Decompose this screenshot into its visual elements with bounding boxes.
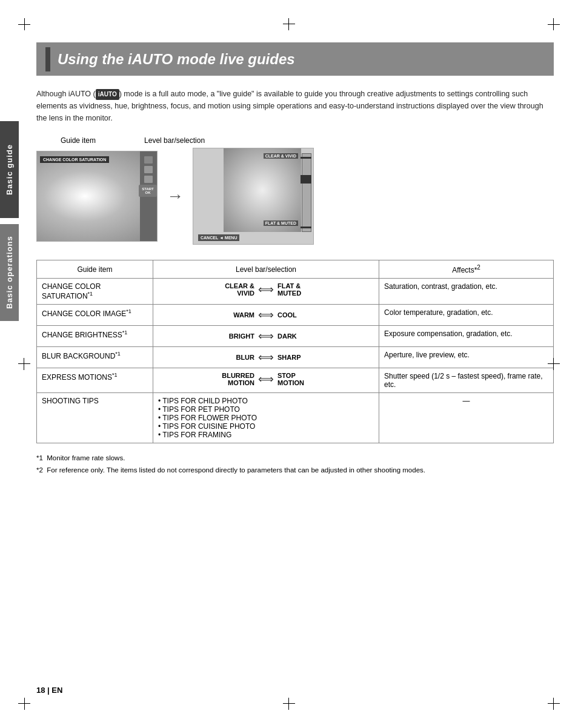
crosshair-bottom — [283, 698, 295, 710]
flat-muted-label: FLAT & MUTED — [264, 220, 298, 226]
row-4-guide: BLUR BACKGROUND*1 — [37, 347, 153, 368]
cam-btn-2 — [144, 166, 153, 173]
page-title: Using the iAUTO mode live guides — [58, 51, 295, 68]
table-row: EXPRESS MOTIONS*1 BLURREDMOTION ⟺ STOPMO… — [37, 368, 554, 393]
row-1-arrow-icon: ⟺ — [258, 283, 274, 296]
start-ok-button: START OK — [139, 185, 157, 197]
table-row: SHOOTING TIPS TIPS FOR CHILD PHOTO TIPS … — [37, 393, 554, 443]
sidebar: Basic guide Basic operations — [0, 121, 25, 322]
row-6-tips: TIPS FOR CHILD PHOTO TIPS FOR PET PHOTO … — [153, 393, 379, 443]
intro-text-before: Although iAUTO ( — [36, 90, 96, 98]
row-1-level-left: CLEAR &VIVID — [158, 282, 254, 297]
row-2-level-right: COOL — [277, 311, 374, 319]
tip-item: TIPS FOR CHILD PHOTO — [158, 397, 374, 405]
clear-vivid-label: CLEAR & VIVID — [264, 153, 298, 159]
row-2-level: WARM ⟺ COOL — [153, 305, 379, 326]
table-row: CHANGE BRIGHTNESS*1 BRIGHT ⟺ DARK Exposu… — [37, 326, 554, 347]
crosshair-left — [18, 358, 30, 370]
crosshair-right — [548, 358, 560, 370]
row-5-guide: EXPRESS MOTIONS*1 — [37, 368, 153, 393]
crop-mark-bottom-left — [18, 692, 36, 710]
table-header-level: Level bar/selection — [153, 260, 379, 279]
tip-item: TIPS FOR PET PHOTO — [158, 405, 374, 414]
crop-mark-top-right — [542, 18, 560, 36]
row-5-level-right: STOPMOTION — [277, 372, 374, 386]
crosshair-top — [283, 18, 295, 30]
row-4-level: BLUR ⟺ SHARP — [153, 347, 379, 368]
row-2-level-left: WARM — [158, 311, 254, 319]
row-2-guide: CHANGE COLOR IMAGE*1 — [37, 305, 153, 326]
table-header-affects: Affects*2 — [379, 260, 554, 279]
row-3-arrow-icon: ⟺ — [258, 329, 274, 343]
row-2-arrow-icon: ⟺ — [258, 308, 274, 322]
row-1-level-right: FLAT &MUTED — [277, 282, 374, 297]
row-6-affects: — — [379, 393, 554, 443]
demo-arrow-icon: → — [167, 187, 184, 206]
cancel-label: CANCEL ◄ MENU — [198, 234, 239, 241]
row-3-guide: CHANGE BRIGHTNESS*1 — [37, 326, 153, 347]
row-2-affects: Color temperature, gradation, etc. — [379, 305, 554, 326]
shooting-tips-list: TIPS FOR CHILD PHOTO TIPS FOR PET PHOTO … — [158, 397, 374, 439]
row-3-affects: Exposure compensation, gradation, etc. — [379, 326, 554, 347]
row-5-level: BLURREDMOTION ⟺ STOPMOTION — [153, 368, 379, 393]
camera-screen-right: CLEAR & VIVID FLAT & MUTED CANCEL ◄ MENU — [193, 148, 314, 245]
sidebar-tab-basic-guide: Basic guide — [0, 121, 19, 218]
row-4-affects: Aperture, live preview, etc. — [379, 347, 554, 368]
cam-btn-3 — [144, 176, 153, 183]
row-4-level-left: BLUR — [158, 354, 254, 361]
row-4-level-right: SHARP — [277, 354, 374, 361]
main-content: Using the iAUTO mode live guides Althoug… — [36, 0, 554, 476]
tip-item: TIPS FOR CUISINE PHOTO — [158, 422, 374, 431]
row-1-level: CLEAR &VIVID ⟺ FLAT &MUTED — [153, 279, 379, 305]
title-accent-box — [45, 47, 50, 71]
demo-labels: Guide item Level bar/selection — [36, 136, 314, 145]
level-bar-label: Level bar/selection — [144, 136, 205, 145]
header-bar: Using the iAUTO mode live guides — [36, 42, 554, 76]
camera-screen-left: CHANGE COLOR SATURATION START OK — [36, 151, 158, 242]
guide-item-label: Guide item — [61, 136, 96, 145]
row-6-guide: SHOOTING TIPS — [37, 393, 153, 443]
row-5-affects: Shutter speed (1/2 s – fastest speed), f… — [379, 368, 554, 393]
tip-item: TIPS FOR FRAMING — [158, 431, 374, 439]
crop-mark-top-left — [18, 18, 36, 36]
tip-item: TIPS FOR FLOWER PHOTO — [158, 414, 374, 422]
camera-demo: Guide item Level bar/selection CHANGE CO… — [36, 136, 554, 245]
intro-paragraph: Although iAUTO (iAUTO) mode is a full au… — [36, 88, 554, 124]
page-number: 18 | EN — [36, 686, 62, 695]
table-row: CHANGE COLOR IMAGE*1 WARM ⟺ COOL Color t… — [37, 305, 554, 326]
table-row: CHANGE COLOR SATURATION*1 CLEAR &VIVID ⟺… — [37, 279, 554, 305]
footnote-1: *1 Monitor frame rate slows. — [36, 452, 554, 465]
demo-left: Guide item Level bar/selection CHANGE CO… — [36, 136, 314, 245]
sidebar-tab-basic-operations: Basic operations — [0, 224, 19, 321]
row-3-level: BRIGHT ⟺ DARK — [153, 326, 379, 347]
row-3-level-right: DARK — [277, 333, 374, 340]
crop-mark-bottom-right — [542, 692, 560, 710]
footnotes: *1 Monitor frame rate slows. *2 For refe… — [36, 452, 554, 476]
guide-table: Guide item Level bar/selection Affects*2… — [36, 260, 554, 443]
row-1-guide: CHANGE COLOR SATURATION*1 — [37, 279, 153, 305]
table-header-guide: Guide item — [37, 260, 153, 279]
cam-btn-1 — [144, 156, 153, 164]
iauto-badge: iAUTO — [96, 89, 119, 100]
table-row: BLUR BACKGROUND*1 BLUR ⟺ SHARP Aperture,… — [37, 347, 554, 368]
row-3-level-left: BRIGHT — [158, 333, 254, 340]
row-1-affects: Saturation, contrast, gradation, etc. — [379, 279, 554, 305]
row-4-arrow-icon: ⟺ — [258, 351, 274, 364]
row-5-level-left: BLURREDMOTION — [158, 372, 254, 386]
footnote-2: *2 For reference only. The items listed … — [36, 465, 554, 477]
row-5-arrow-icon: ⟺ — [258, 372, 274, 386]
guide-item-overlay: CHANGE COLOR SATURATION — [40, 156, 109, 163]
